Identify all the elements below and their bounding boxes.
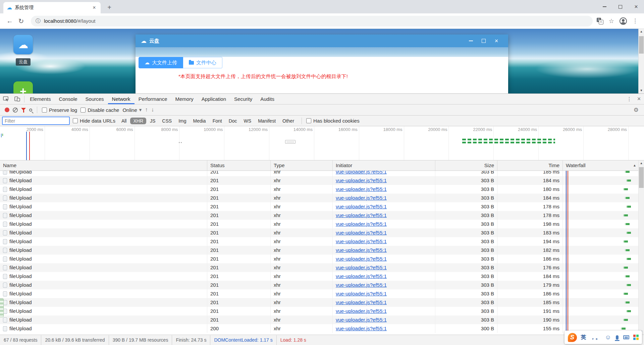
throttling-dropdown[interactable]: Online: [122, 107, 142, 113]
network-request-row[interactable]: fileUpload 201 xhr vue-uploader.js?ef55:…: [0, 255, 638, 263]
browser-tab[interactable]: 系统管理: [3, 2, 101, 13]
network-overview-timeline[interactable]: 2000 ms 4000 ms 6000 ms 8000 ms 10000 ms…: [0, 126, 644, 160]
network-filter-pill[interactable]: Other: [279, 118, 297, 124]
initiator-link[interactable]: vue-uploader.js?ef55:1: [336, 212, 387, 218]
network-filter-pill[interactable]: Font: [210, 118, 225, 124]
scroll-up-arrow[interactable]: [639, 29, 644, 34]
network-request-row[interactable]: fileUpload 201 xhr vue-uploader.js?ef55:…: [0, 263, 638, 272]
initiator-link[interactable]: vue-uploader.js?ef55:1: [336, 195, 387, 201]
initiator-link[interactable]: vue-uploader.js?ef55:1: [336, 238, 387, 244]
column-header-name[interactable]: Name: [0, 160, 207, 170]
ime-language-toggle[interactable]: 英: [581, 334, 586, 341]
initiator-link[interactable]: vue-uploader.js?ef55:1: [336, 171, 387, 175]
devtools-tab[interactable]: Memory: [171, 94, 198, 104]
network-request-row[interactable]: fileUpload 201 xhr vue-uploader.js?ef55:…: [0, 194, 638, 202]
window-minimize-button[interactable]: [597, 0, 612, 13]
scroll-down-arrow[interactable]: [639, 88, 644, 93]
network-filter-pill[interactable]: XHR: [130, 118, 146, 124]
ime-punctuation-toggle[interactable]: ，。: [590, 334, 601, 341]
modal-close-button[interactable]: [490, 34, 503, 47]
edge-docked-widget[interactable]: [0, 298, 4, 317]
blocked-cookies-checkbox[interactable]: Has blocked cookies: [306, 118, 360, 124]
network-filter-pill[interactable]: Img: [175, 118, 189, 124]
device-toolbar-icon[interactable]: [11, 94, 23, 105]
column-header-initiator[interactable]: Initiator: [333, 160, 435, 170]
devtools-menu-icon[interactable]: [625, 96, 634, 102]
record-button[interactable]: [5, 108, 9, 112]
network-filter-pill[interactable]: CSS: [159, 118, 175, 124]
scrollbar-thumb[interactable]: [639, 36, 644, 54]
disable-cache-checkbox[interactable]: Disable cache: [80, 107, 119, 113]
initiator-link[interactable]: vue-uploader.js?ef55:1: [336, 299, 387, 305]
filter-toggle-icon[interactable]: [21, 108, 26, 111]
initiator-link[interactable]: vue-uploader.js?ef55:1: [336, 282, 387, 288]
checkbox[interactable]: [73, 118, 78, 123]
network-filter-pill[interactable]: Media: [190, 118, 209, 124]
initiator-link[interactable]: vue-uploader.js?ef55:1: [336, 326, 387, 331]
network-request-row[interactable]: fileUpload 201 xhr vue-uploader.js?ef55:…: [0, 289, 638, 298]
scrollbar-thumb[interactable]: [639, 167, 644, 188]
hide-data-urls-checkbox[interactable]: Hide data URLs: [73, 118, 115, 124]
reload-button[interactable]: [15, 17, 27, 25]
checkbox[interactable]: [42, 108, 47, 113]
column-header-size[interactable]: Size: [435, 160, 497, 170]
add-tile-button[interactable]: [13, 81, 33, 93]
devtools-close-icon[interactable]: [634, 95, 644, 102]
tab-file-center[interactable]: 文件中心: [183, 57, 222, 68]
devtools-tab[interactable]: Performance: [135, 94, 171, 104]
column-header-type[interactable]: Type: [271, 160, 333, 170]
column-header-time[interactable]: Time: [497, 160, 563, 170]
checkbox[interactable]: [306, 118, 311, 123]
network-filter-pill[interactable]: JS: [147, 118, 158, 124]
network-request-row[interactable]: fileUpload 201 xhr vue-uploader.js?ef55:…: [0, 176, 638, 185]
devtools-tab[interactable]: Audits: [256, 94, 278, 104]
window-close-button[interactable]: [628, 0, 644, 13]
column-header-waterfall[interactable]: Waterfall: [563, 160, 638, 170]
search-icon[interactable]: [29, 109, 32, 112]
devtools-tab[interactable]: Security: [230, 94, 256, 104]
initiator-link[interactable]: vue-uploader.js?ef55:1: [336, 256, 387, 262]
network-request-row[interactable]: fileUpload 201 xhr vue-uploader.js?ef55:…: [0, 228, 638, 237]
network-request-row[interactable]: fileUpload 201 xhr vue-uploader.js?ef55:…: [0, 211, 638, 220]
column-header-status[interactable]: Status: [207, 160, 271, 170]
profile-avatar[interactable]: [620, 17, 627, 25]
network-request-row[interactable]: fileUpload 201 xhr vue-uploader.js?ef55:…: [0, 307, 638, 316]
modal-minimize-button[interactable]: [465, 34, 477, 47]
network-filter-pill[interactable]: Manifest: [255, 118, 279, 124]
initiator-link[interactable]: vue-uploader.js?ef55:1: [336, 273, 387, 279]
microphone-icon[interactable]: [616, 335, 619, 340]
scroll-up-arrow[interactable]: [639, 160, 644, 166]
initiator-link[interactable]: vue-uploader.js?ef55:1: [336, 247, 387, 253]
preserve-log-checkbox[interactable]: Preserve log: [42, 107, 77, 113]
back-button[interactable]: [4, 17, 15, 25]
initiator-link[interactable]: vue-uploader.js?ef55:1: [336, 308, 387, 314]
network-request-row[interactable]: fileUpload 201 xhr vue-uploader.js?ef55:…: [0, 185, 638, 194]
site-info-icon[interactable]: [36, 18, 41, 24]
tab-close-icon[interactable]: [91, 5, 97, 11]
network-filter-pill[interactable]: WS: [241, 118, 255, 124]
browser-menu-icon[interactable]: [632, 17, 638, 24]
initiator-link[interactable]: vue-uploader.js?ef55:1: [336, 204, 387, 209]
network-request-row[interactable]: fileUpload 201 xhr vue-uploader.js?ef55:…: [0, 171, 638, 176]
window-maximize-button[interactable]: [612, 0, 628, 13]
translate-icon[interactable]: [597, 18, 603, 24]
new-tab-button[interactable]: [105, 3, 114, 12]
modal-expand-button[interactable]: [477, 34, 490, 47]
initiator-link[interactable]: vue-uploader.js?ef55:1: [336, 186, 387, 192]
clear-button[interactable]: [13, 108, 18, 113]
devtools-tab[interactable]: Elements: [26, 94, 55, 104]
network-request-row[interactable]: fileUpload 201 xhr vue-uploader.js?ef55:…: [0, 202, 638, 211]
import-har-icon[interactable]: [145, 107, 148, 113]
initiator-link[interactable]: vue-uploader.js?ef55:1: [336, 221, 387, 227]
cloud-disk-desktop-icon[interactable]: 云盘: [13, 35, 33, 66]
virtual-keyboard-icon[interactable]: [623, 335, 629, 339]
filter-input[interactable]: [2, 117, 70, 125]
export-har-icon[interactable]: [151, 107, 154, 113]
ime-toolbox-icon[interactable]: [633, 335, 639, 340]
tab-large-file-upload[interactable]: 大文件上传: [139, 57, 183, 68]
sogou-logo-icon[interactable]: S: [568, 333, 577, 342]
devtools-tab[interactable]: Console: [55, 94, 82, 104]
initiator-link[interactable]: vue-uploader.js?ef55:1: [336, 265, 387, 270]
network-settings-gear-icon[interactable]: [634, 107, 639, 114]
network-request-row[interactable]: fileUpload 201 xhr vue-uploader.js?ef55:…: [0, 272, 638, 281]
